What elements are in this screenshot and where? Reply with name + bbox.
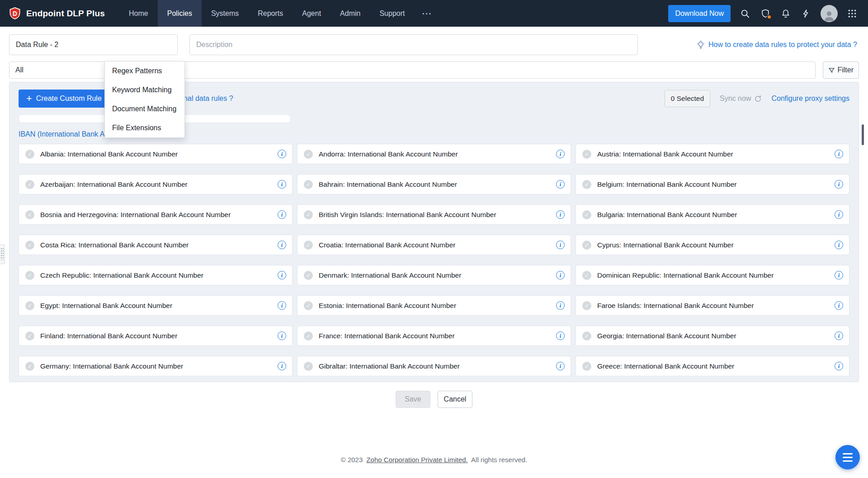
rule-card[interactable]: Austria: International Bank Account Numb… bbox=[576, 144, 849, 164]
rule-checkbox[interactable] bbox=[582, 362, 591, 371]
nav-item-reports[interactable]: Reports bbox=[248, 0, 292, 27]
rule-checkbox[interactable] bbox=[582, 241, 591, 250]
rule-checkbox[interactable] bbox=[582, 180, 591, 189]
rule-checkbox[interactable] bbox=[25, 210, 34, 219]
rule-checkbox[interactable] bbox=[304, 180, 313, 189]
configure-proxy-link[interactable]: Configure proxy settings bbox=[771, 95, 849, 103]
brand[interactable]: D Endpoint DLP Plus bbox=[8, 0, 105, 27]
rule-checkbox[interactable] bbox=[304, 210, 313, 219]
rule-checkbox[interactable] bbox=[304, 271, 313, 280]
rule-checkbox[interactable] bbox=[25, 180, 34, 189]
rule-card[interactable]: Dominican Republic: International Bank A… bbox=[576, 265, 849, 285]
info-icon[interactable] bbox=[835, 271, 843, 279]
info-icon[interactable] bbox=[835, 180, 843, 189]
rule-name-input[interactable] bbox=[9, 34, 178, 55]
rule-checkbox[interactable] bbox=[25, 362, 34, 371]
rule-checkbox[interactable] bbox=[25, 271, 34, 280]
bell-icon[interactable] bbox=[780, 8, 792, 19]
rule-card[interactable]: Belgium: International Bank Account Numb… bbox=[576, 174, 849, 194]
info-icon[interactable] bbox=[556, 271, 565, 279]
search-icon[interactable] bbox=[739, 8, 751, 19]
nav-item-agent[interactable]: Agent bbox=[292, 0, 330, 27]
info-icon[interactable] bbox=[556, 150, 565, 158]
rule-card[interactable]: Gibraltar: International Bank Account Nu… bbox=[297, 356, 571, 376]
side-panel-grip[interactable] bbox=[0, 244, 5, 264]
rule-checkbox[interactable] bbox=[582, 150, 591, 159]
info-icon[interactable] bbox=[835, 150, 843, 158]
info-icon[interactable] bbox=[835, 331, 843, 340]
rule-card[interactable]: Andorra: International Bank Account Numb… bbox=[297, 144, 571, 164]
rule-card[interactable]: Azerbaijan: International Bank Account N… bbox=[19, 174, 292, 194]
info-icon[interactable] bbox=[278, 271, 286, 279]
security-shield-icon[interactable] bbox=[760, 8, 771, 19]
info-icon[interactable] bbox=[278, 180, 286, 189]
rule-checkbox[interactable] bbox=[25, 150, 34, 159]
sync-now-button[interactable]: Sync now bbox=[720, 95, 762, 103]
rule-card[interactable]: Bahrain: International Bank Account Numb… bbox=[297, 174, 571, 194]
rule-card[interactable]: Bosnia and Herzegovina: International Ba… bbox=[19, 204, 292, 225]
rule-card[interactable]: British Virgin Islands: International Ba… bbox=[297, 204, 571, 225]
info-icon[interactable] bbox=[278, 362, 286, 370]
apps-grid-icon[interactable] bbox=[846, 8, 858, 19]
rule-checkbox[interactable] bbox=[25, 301, 34, 310]
rule-checkbox[interactable] bbox=[304, 362, 313, 371]
help-link[interactable]: How to create data rules to protect your… bbox=[696, 40, 859, 49]
menu-item-regex-patterns[interactable]: Regex Patterns bbox=[105, 62, 184, 80]
info-icon[interactable] bbox=[278, 301, 286, 310]
rule-checkbox[interactable] bbox=[25, 331, 34, 341]
info-icon[interactable] bbox=[556, 210, 565, 219]
download-now-button[interactable]: Download Now bbox=[668, 5, 731, 22]
rule-checkbox[interactable] bbox=[304, 150, 313, 159]
info-icon[interactable] bbox=[278, 331, 286, 340]
nav-item-admin[interactable]: Admin bbox=[330, 0, 370, 27]
info-icon[interactable] bbox=[278, 241, 286, 249]
nav-item-systems[interactable]: Systems bbox=[202, 0, 248, 27]
info-icon[interactable] bbox=[835, 362, 843, 370]
info-icon[interactable] bbox=[278, 150, 286, 158]
rule-checkbox[interactable] bbox=[582, 331, 591, 341]
rule-card[interactable]: Estonia: International Bank Account Numb… bbox=[297, 295, 571, 316]
info-icon[interactable] bbox=[835, 210, 843, 219]
rule-card[interactable]: Cyprus: International Bank Account Numbe… bbox=[576, 235, 849, 255]
rule-checkbox[interactable] bbox=[304, 331, 313, 341]
menu-item-keyword-matching[interactable]: Keyword Matching bbox=[105, 80, 184, 99]
rule-checkbox[interactable] bbox=[582, 271, 591, 280]
cancel-button[interactable]: Cancel bbox=[438, 391, 472, 408]
rule-checkbox[interactable] bbox=[304, 301, 313, 310]
floating-menu-button[interactable] bbox=[835, 445, 860, 469]
info-icon[interactable] bbox=[278, 210, 286, 219]
nav-item-support[interactable]: Support bbox=[370, 0, 414, 27]
create-custom-rule-button[interactable]: Create Custom Rule bbox=[19, 90, 109, 108]
info-icon[interactable] bbox=[556, 301, 565, 310]
info-icon[interactable] bbox=[556, 241, 565, 249]
rule-card[interactable]: Faroe Islands: International Bank Accoun… bbox=[576, 295, 849, 316]
rule-checkbox[interactable] bbox=[304, 241, 313, 250]
lightning-icon[interactable] bbox=[800, 8, 812, 19]
rule-card[interactable]: Albania: International Bank Account Numb… bbox=[19, 144, 292, 164]
rule-card[interactable]: Georgia: International Bank Account Numb… bbox=[576, 326, 849, 346]
info-icon[interactable] bbox=[835, 301, 843, 310]
save-button[interactable]: Save bbox=[396, 391, 430, 408]
description-input[interactable] bbox=[189, 34, 638, 55]
rule-card[interactable]: Germany: International Bank Account Numb… bbox=[19, 356, 292, 376]
rule-card[interactable]: Czech Republic: International Bank Accou… bbox=[19, 265, 292, 285]
selected-count-chip[interactable]: 0 Selected bbox=[665, 90, 710, 107]
rule-checkbox[interactable] bbox=[582, 301, 591, 310]
menu-item-file-extensions[interactable]: File Extensions bbox=[105, 118, 184, 137]
info-icon[interactable] bbox=[556, 331, 565, 340]
rule-card[interactable]: Finland: International Bank Account Numb… bbox=[19, 326, 292, 346]
avatar[interactable] bbox=[821, 5, 838, 22]
rule-card[interactable]: Croatia: International Bank Account Numb… bbox=[297, 235, 571, 255]
nav-item-policies[interactable]: Policies bbox=[158, 0, 202, 27]
rule-checkbox[interactable] bbox=[25, 241, 34, 250]
company-link[interactable]: Zoho Corporation Private Limited. bbox=[366, 456, 467, 464]
scrollbar-thumb[interactable] bbox=[862, 124, 864, 145]
filter-button[interactable]: Filter bbox=[823, 62, 859, 79]
rule-card[interactable]: France: International Bank Account Numbe… bbox=[297, 326, 571, 346]
menu-item-document-matching[interactable]: Document Matching bbox=[105, 99, 184, 118]
rule-card[interactable]: Bulgaria: International Bank Account Num… bbox=[576, 204, 849, 225]
rule-card[interactable]: Greece: International Bank Account Numbe… bbox=[576, 356, 849, 376]
nav-item-home[interactable]: Home bbox=[119, 0, 158, 27]
info-icon[interactable] bbox=[556, 180, 565, 189]
rule-checkbox[interactable] bbox=[582, 210, 591, 219]
